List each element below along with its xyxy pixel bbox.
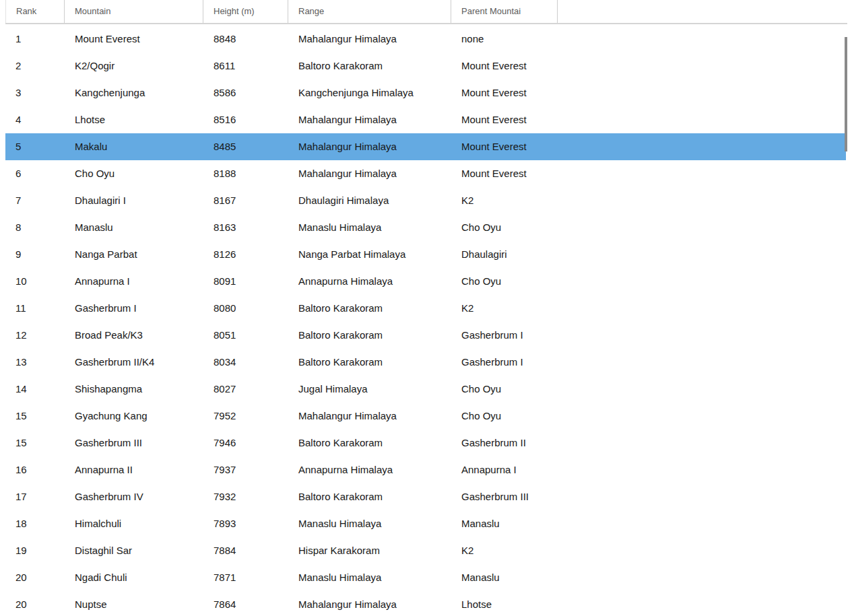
table-row[interactable]: 15Gasherbrum III7946Baltoro KarakoramGas…: [5, 430, 846, 456]
cell-range[interactable]: Baltoro Karakoram: [288, 483, 451, 510]
cell-mountain[interactable]: Nuptse: [65, 591, 203, 616]
cell-rank[interactable]: 11: [5, 295, 65, 322]
cell-mountain[interactable]: Gasherbrum I: [65, 295, 203, 322]
cell-range[interactable]: Manaslu Himalaya: [288, 510, 451, 537]
cell-rank[interactable]: 15: [5, 430, 65, 456]
cell-rank[interactable]: 7: [5, 187, 65, 214]
cell-rank[interactable]: 18: [5, 510, 65, 537]
cell-height[interactable]: 8516: [203, 106, 288, 133]
table-row[interactable]: 13Gasherbrum II/K48034Baltoro KarakoramG…: [5, 349, 846, 376]
cell-range[interactable]: Jugal Himalaya: [288, 376, 451, 403]
table-row[interactable]: 11Gasherbrum I8080Baltoro KarakoramK2: [5, 295, 846, 322]
cell-height[interactable]: 8848: [203, 26, 288, 53]
cell-mountain[interactable]: Makalu: [65, 133, 203, 160]
table-row[interactable]: 12Broad Peak/K38051Baltoro KarakoramGash…: [5, 322, 846, 349]
cell-parent[interactable]: Mount Everest: [451, 133, 558, 160]
column-header-range[interactable]: Range: [288, 0, 451, 23]
cell-parent[interactable]: Gasherbrum III: [451, 483, 558, 510]
table-row[interactable]: 6Cho Oyu8188Mahalangur HimalayaMount Eve…: [5, 160, 846, 187]
cell-rank[interactable]: 4: [5, 106, 65, 133]
cell-rank[interactable]: 3: [5, 79, 65, 106]
cell-parent[interactable]: Manaslu: [451, 510, 558, 537]
cell-height[interactable]: 8611: [203, 53, 288, 79]
vertical-scrollbar-thumb[interactable]: [845, 37, 847, 151]
cell-range[interactable]: Dhaulagiri Himalaya: [288, 187, 451, 214]
cell-parent[interactable]: K2: [451, 187, 558, 214]
cell-rank[interactable]: 12: [5, 322, 65, 349]
table-row[interactable]: 19Distaghil Sar7884Hispar KarakoramK2: [5, 537, 846, 564]
table-row-selected[interactable]: 5Makalu8485Mahalangur HimalayaMount Ever…: [5, 133, 846, 160]
cell-mountain[interactable]: Gasherbrum III: [65, 430, 203, 456]
cell-rank[interactable]: 17: [5, 483, 65, 510]
cell-rank[interactable]: 9: [5, 241, 65, 268]
cell-range[interactable]: Baltoro Karakoram: [288, 322, 451, 349]
cell-height[interactable]: 8485: [203, 133, 288, 160]
cell-parent[interactable]: Lhotse: [451, 591, 558, 616]
cell-height[interactable]: 7893: [203, 510, 288, 537]
cell-parent[interactable]: Mount Everest: [451, 79, 558, 106]
table-row[interactable]: 1Mount Everest8848Mahalangur Himalayanon…: [5, 26, 846, 53]
table-row[interactable]: 14Shishapangma8027Jugal HimalayaCho Oyu: [5, 376, 846, 403]
cell-parent[interactable]: Gasherbrum I: [451, 349, 558, 376]
cell-mountain[interactable]: Kangchenjunga: [65, 79, 203, 106]
cell-parent[interactable]: Cho Oyu: [451, 376, 558, 403]
cell-rank[interactable]: 14: [5, 376, 65, 403]
column-header-rank[interactable]: Rank: [5, 0, 65, 23]
cell-mountain[interactable]: Ngadi Chuli: [65, 564, 203, 591]
cell-mountain[interactable]: Cho Oyu: [65, 160, 203, 187]
cell-range[interactable]: Baltoro Karakoram: [288, 349, 451, 376]
table-row[interactable]: 17Gasherbrum IV7932Baltoro KarakoramGash…: [5, 483, 846, 510]
cell-mountain[interactable]: Dhaulagiri I: [65, 187, 203, 214]
cell-rank[interactable]: 1: [5, 26, 65, 53]
cell-height[interactable]: 8188: [203, 160, 288, 187]
cell-rank[interactable]: 6: [5, 160, 65, 187]
cell-rank[interactable]: 8: [5, 214, 65, 241]
cell-range[interactable]: Hispar Karakoram: [288, 537, 451, 564]
cell-height[interactable]: 8091: [203, 268, 288, 295]
table-row[interactable]: 16Annapurna II7937Annapurna HimalayaAnna…: [5, 456, 846, 483]
vertical-scrollbar[interactable]: [844, 26, 848, 616]
cell-range[interactable]: Mahalangur Himalaya: [288, 106, 451, 133]
cell-mountain[interactable]: Gasherbrum IV: [65, 483, 203, 510]
cell-height[interactable]: 7871: [203, 564, 288, 591]
cell-range[interactable]: Baltoro Karakoram: [288, 430, 451, 456]
cell-range[interactable]: Annapurna Himalaya: [288, 456, 451, 483]
cell-mountain[interactable]: Annapurna II: [65, 456, 203, 483]
cell-rank[interactable]: 2: [5, 53, 65, 79]
cell-parent[interactable]: Cho Oyu: [451, 268, 558, 295]
cell-range[interactable]: Mahalangur Himalaya: [288, 403, 451, 430]
cell-height[interactable]: 8163: [203, 214, 288, 241]
column-header-mountain[interactable]: Mountain: [65, 0, 203, 23]
table-row[interactable]: 18Himalchuli7893Manaslu HimalayaManaslu: [5, 510, 846, 537]
cell-parent[interactable]: Mount Everest: [451, 106, 558, 133]
cell-mountain[interactable]: Manaslu: [65, 214, 203, 241]
cell-rank[interactable]: 19: [5, 537, 65, 564]
cell-range[interactable]: Mahalangur Himalaya: [288, 133, 451, 160]
column-header-parent[interactable]: Parent Mountai: [451, 0, 558, 23]
cell-range[interactable]: Annapurna Himalaya: [288, 268, 451, 295]
cell-range[interactable]: Manaslu Himalaya: [288, 564, 451, 591]
cell-range[interactable]: Mahalangur Himalaya: [288, 26, 451, 53]
cell-height[interactable]: 8051: [203, 322, 288, 349]
cell-range[interactable]: Mahalangur Himalaya: [288, 591, 451, 616]
cell-parent[interactable]: Mount Everest: [451, 53, 558, 79]
cell-range[interactable]: Manaslu Himalaya: [288, 214, 451, 241]
cell-parent[interactable]: Gasherbrum I: [451, 322, 558, 349]
cell-height[interactable]: 8126: [203, 241, 288, 268]
table-row[interactable]: 20Ngadi Chuli7871Manaslu HimalayaManaslu: [5, 564, 846, 591]
cell-mountain[interactable]: Himalchuli: [65, 510, 203, 537]
cell-height[interactable]: 8027: [203, 376, 288, 403]
table-row[interactable]: 10Annapurna I8091Annapurna HimalayaCho O…: [5, 268, 846, 295]
cell-range[interactable]: Mahalangur Himalaya: [288, 160, 451, 187]
cell-parent[interactable]: Manaslu: [451, 564, 558, 591]
column-header-height[interactable]: Height (m): [203, 0, 288, 23]
cell-parent[interactable]: K2: [451, 537, 558, 564]
cell-rank[interactable]: 20: [5, 564, 65, 591]
cell-height[interactable]: 7946: [203, 430, 288, 456]
cell-rank[interactable]: 10: [5, 268, 65, 295]
cell-range[interactable]: Baltoro Karakoram: [288, 53, 451, 79]
cell-mountain[interactable]: Lhotse: [65, 106, 203, 133]
cell-mountain[interactable]: Mount Everest: [65, 26, 203, 53]
cell-height[interactable]: 8080: [203, 295, 288, 322]
cell-height[interactable]: 7864: [203, 591, 288, 616]
